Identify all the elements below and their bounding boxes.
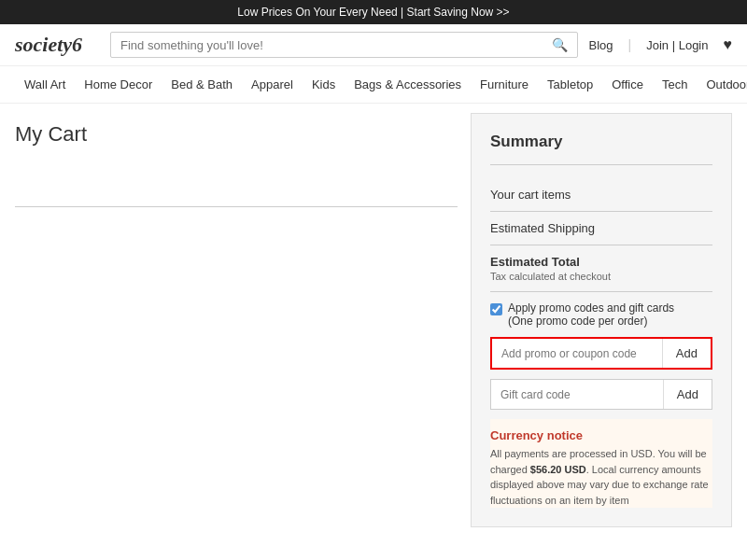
nav-item-bags[interactable]: Bags & Accessories [345, 66, 471, 103]
nav-item-office[interactable]: Office [602, 66, 653, 103]
nav-item-tech[interactable]: Tech [653, 66, 697, 103]
search-bar[interactable]: 🔍 [110, 32, 578, 58]
promo-check-label: Apply promo codes and gift cards(One pro… [508, 301, 674, 328]
page-content: My Cart Summary Your cart items Estimate… [0, 104, 747, 552]
estimated-total-row: Estimated Total Tax calculated at checko… [490, 245, 712, 292]
promo-checkbox[interactable] [490, 303, 502, 315]
top-banner: Low Prices On Your Every Need | Start Sa… [0, 0, 747, 24]
summary-title: Summary [490, 133, 712, 165]
currency-notice-text: All payments are processed in USD. You w… [490, 446, 712, 508]
gift-add-button[interactable]: Add [663, 380, 712, 409]
cart-items-label: Your cart items [490, 188, 571, 202]
promo-add-button[interactable]: Add [662, 339, 711, 368]
nav-item-wall-art[interactable]: Wall Art [15, 66, 75, 103]
currency-amount: $56.20 USD [530, 464, 586, 475]
shipping-row: Estimated Shipping [490, 212, 712, 245]
cart-divider [15, 206, 458, 207]
promo-input-box[interactable]: Add [490, 337, 712, 370]
cart-items-row: Your cart items [490, 178, 712, 212]
nav: Wall Art Home Decor Bed & Bath Apparel K… [0, 66, 747, 104]
currency-notice-title: Currency notice [490, 428, 712, 442]
wishlist-icon[interactable]: ♥ [724, 36, 733, 53]
blog-link[interactable]: Blog [589, 38, 613, 52]
currency-notice: Currency notice All payments are process… [490, 419, 712, 508]
nav-item-apparel[interactable]: Apparel [242, 66, 303, 103]
summary-panel: Summary Your cart items Estimated Shippi… [471, 113, 732, 527]
logo[interactable]: society6 [15, 33, 99, 57]
search-input[interactable] [120, 38, 552, 52]
nav-item-outdoor[interactable]: Outdoor [697, 66, 747, 103]
gift-input-box[interactable]: Add [490, 379, 712, 410]
nav-item-furniture[interactable]: Furniture [471, 66, 538, 103]
header: society6 🔍 Blog | Join | Login ♥ [0, 24, 747, 66]
header-links: Blog | Join | Login ♥ [589, 36, 732, 53]
join-login-link[interactable]: Join | Login [646, 38, 708, 52]
nav-item-home-decor[interactable]: Home Decor [75, 66, 162, 103]
nav-item-tabletop[interactable]: Tabletop [538, 66, 602, 103]
gift-input[interactable] [491, 381, 663, 409]
promo-input[interactable] [492, 340, 662, 368]
nav-item-kids[interactable]: Kids [303, 66, 345, 103]
banner-text: Low Prices On Your Every Need | Start Sa… [237, 6, 509, 19]
tax-note: Tax calculated at checkout [490, 271, 712, 282]
estimated-total-label: Estimated Total [490, 255, 712, 269]
nav-item-bed-bath[interactable]: Bed & Bath [162, 66, 242, 103]
promo-check-row: Apply promo codes and gift cards(One pro… [490, 292, 712, 337]
search-icon: 🔍 [552, 37, 568, 52]
shipping-label: Estimated Shipping [490, 221, 595, 235]
header-divider: | [628, 37, 632, 52]
page-title: My Cart [15, 122, 87, 147]
